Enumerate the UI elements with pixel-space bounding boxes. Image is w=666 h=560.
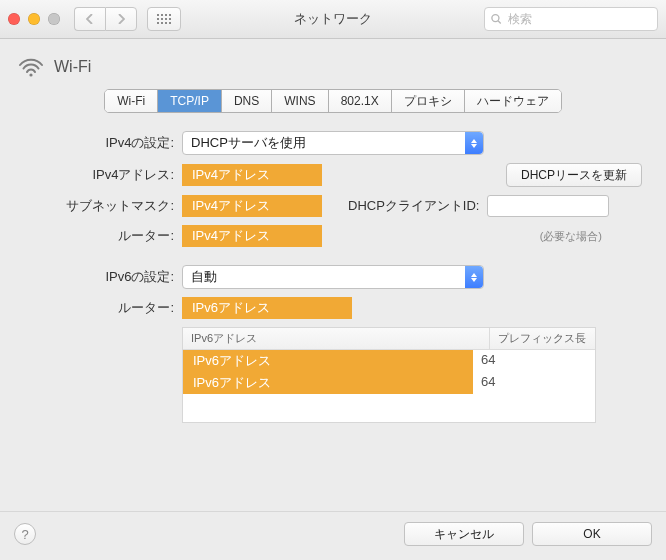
search-input[interactable] — [506, 11, 651, 27]
col-ipv6-addr: IPv6アドレス — [183, 328, 490, 349]
show-all-button[interactable] — [147, 7, 181, 31]
label-router6: ルーター: — [24, 299, 182, 317]
label-ipv6-config: IPv6の設定: — [24, 268, 182, 286]
cancel-button[interactable]: キャンセル — [404, 522, 524, 546]
tab-row: Wi-Fi TCP/IP DNS WINS 802.1X プロキシ ハードウェア — [0, 89, 666, 113]
tab-8021x[interactable]: 802.1X — [329, 90, 392, 112]
prefix-value: 64 — [473, 372, 595, 394]
subnet-mask-value: IPv4アドレス — [182, 195, 322, 217]
table-header: IPv6アドレス プレフィックス長 — [183, 328, 595, 350]
traffic-lights — [8, 13, 60, 25]
tab-tcpip[interactable]: TCP/IP — [158, 90, 222, 112]
nav-back-forward — [74, 7, 137, 31]
label-ipv4-addr: IPv4アドレス: — [24, 166, 182, 184]
zoom-icon[interactable] — [48, 13, 60, 25]
interface-name: Wi-Fi — [54, 58, 91, 76]
table-row: IPv6アドレス 64 — [183, 350, 595, 372]
dialog-footer: ? キャンセル OK — [0, 511, 666, 560]
ipv4-config-value: DHCPサーバを使用 — [191, 134, 306, 152]
ipv6-addr-value: IPv6アドレス — [183, 350, 473, 372]
forward-button[interactable] — [105, 7, 137, 31]
ipv4-config-select[interactable]: DHCPサーバを使用 — [182, 131, 484, 155]
ok-button[interactable]: OK — [532, 522, 652, 546]
tab-hardware[interactable]: ハードウェア — [465, 90, 561, 112]
col-prefix-len: プレフィックス長 — [490, 328, 595, 349]
router4-value: IPv4アドレス — [182, 225, 322, 247]
grid-icon — [157, 14, 171, 24]
tabstrip: Wi-Fi TCP/IP DNS WINS 802.1X プロキシ ハードウェア — [104, 89, 561, 113]
tab-wins[interactable]: WINS — [272, 90, 328, 112]
interface-header: Wi-Fi — [0, 39, 666, 83]
label-subnet: サブネットマスク: — [24, 197, 182, 215]
preferences-window: ネットワーク Wi-Fi Wi-Fi TCP/IP DNS — [0, 0, 666, 560]
tab-wifi[interactable]: Wi-Fi — [105, 90, 158, 112]
titlebar: ネットワーク — [0, 0, 666, 39]
svg-point-0 — [492, 15, 499, 22]
help-button[interactable]: ? — [14, 523, 36, 545]
dhcp-renew-button[interactable]: DHCPリースを更新 — [506, 163, 642, 187]
minimize-icon[interactable] — [28, 13, 40, 25]
svg-point-2 — [29, 73, 32, 76]
prefix-value: 64 — [473, 350, 595, 372]
wifi-icon — [18, 57, 44, 77]
chevrons-icon — [465, 266, 483, 288]
ipv6-config-select[interactable]: 自動 — [182, 265, 484, 289]
tab-dns[interactable]: DNS — [222, 90, 272, 112]
content: Wi-Fi Wi-Fi TCP/IP DNS WINS 802.1X プロキシ … — [0, 39, 666, 560]
ipv6-address-table: IPv6アドレス プレフィックス長 IPv6アドレス 64 IPv6アドレス 6… — [182, 327, 596, 423]
chevrons-icon — [465, 132, 483, 154]
svg-line-1 — [498, 21, 501, 24]
search-icon — [491, 13, 502, 25]
back-button[interactable] — [74, 7, 105, 31]
close-icon[interactable] — [8, 13, 20, 25]
label-router4: ルーター: — [24, 227, 182, 245]
ipv6-config-value: 自動 — [191, 268, 217, 286]
router6-value: IPv6アドレス — [182, 297, 352, 319]
label-ipv4-config: IPv4の設定: — [24, 134, 182, 152]
tcpip-form: IPv4の設定: DHCPサーバを使用 IPv4アドレス: IPv4アドレス D… — [0, 113, 666, 427]
dhcp-hint: (必要な場合) — [540, 229, 602, 244]
search-field[interactable] — [484, 7, 658, 31]
ipv4-address-value: IPv4アドレス — [182, 164, 322, 186]
ipv6-addr-value: IPv6アドレス — [183, 372, 473, 394]
label-dhcp-client-id: DHCPクライアントID: — [348, 197, 479, 215]
table-row: IPv6アドレス 64 — [183, 372, 595, 394]
dhcp-client-id-input[interactable] — [487, 195, 609, 217]
tab-proxy[interactable]: プロキシ — [392, 90, 465, 112]
